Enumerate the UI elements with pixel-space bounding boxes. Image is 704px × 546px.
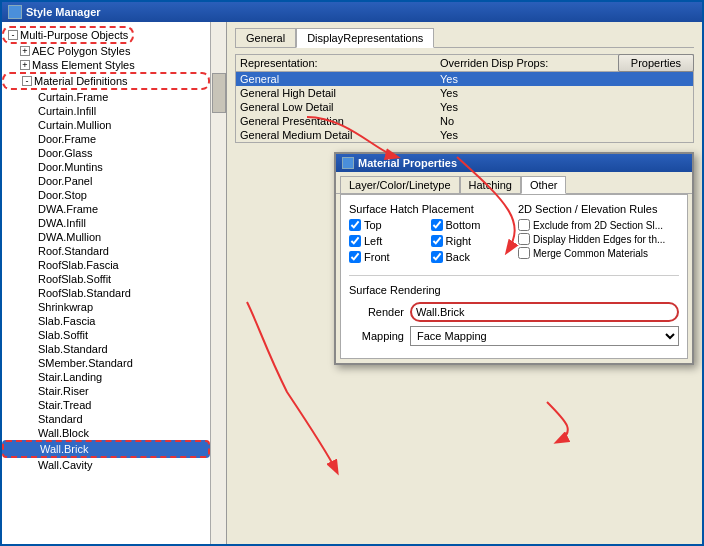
rep-name: General <box>240 73 440 85</box>
rep-col1-header: Representation: <box>240 57 440 69</box>
tree-item-label: Stair.Tread <box>38 399 91 411</box>
checkbox-front-input[interactable] <box>349 251 361 263</box>
tree-item-wall-block[interactable]: Wall.Block <box>2 426 210 440</box>
rules-section: 2D Section / Elevation Rules Exclude fro… <box>518 203 679 265</box>
rep-value: Yes <box>440 87 458 99</box>
tree-item-roof-standard[interactable]: Roof.Standard <box>2 244 210 258</box>
tab-layer-color[interactable]: Layer/Color/Linetype <box>340 176 460 193</box>
tree-item-wall-brick[interactable]: Wall.Brick <box>2 440 210 458</box>
tree-item-door-stop[interactable]: Door.Stop <box>2 188 210 202</box>
tree-item-slab-standard[interactable]: Slab.Standard <box>2 342 210 356</box>
rule-merge: Merge Common Materials <box>518 247 679 259</box>
tree-item-label: Door.Glass <box>38 147 92 159</box>
tree-item-slab-fascia[interactable]: Slab.Fascia <box>2 314 210 328</box>
surface-hatch-title: Surface Hatch Placement <box>349 203 510 215</box>
expand-icon[interactable]: + <box>20 46 30 56</box>
tree-item-label: RoofSlab.Standard <box>38 287 131 299</box>
scrollbar-track[interactable] <box>210 22 226 544</box>
rep-value: Yes <box>440 73 458 85</box>
checkbox-back-input[interactable] <box>431 251 443 263</box>
checkbox-right-input[interactable] <box>431 235 443 247</box>
rep-name: General Low Detail <box>240 101 440 113</box>
checkbox-left-label: Left <box>364 235 382 247</box>
tree-item-label: SMember.Standard <box>38 357 133 369</box>
surface-rendering-title: Surface Rendering <box>349 284 679 296</box>
render-field[interactable] <box>410 302 679 322</box>
rep-value: No <box>440 115 454 127</box>
dialog-two-col: Surface Hatch Placement Top Bottom <box>349 203 679 265</box>
tree-item-dwa-infill[interactable]: DWA.Infill <box>2 216 210 230</box>
tree-expand-icon[interactable]: - <box>8 30 18 40</box>
tree-item-stair-landing[interactable]: Stair.Landing <box>2 370 210 384</box>
rep-row-general-presentation[interactable]: General Presentation No <box>236 114 693 128</box>
tree-item-label: Door.Muntins <box>38 161 103 173</box>
tree-item-dwa-mullion[interactable]: DWA.Mullion <box>2 230 210 244</box>
tree-item-dwa-frame[interactable]: DWA.Frame <box>2 202 210 216</box>
tree-item-slab-soffit[interactable]: Slab.Soffit <box>2 328 210 342</box>
render-label: Render <box>349 306 404 318</box>
tab-general[interactable]: General <box>235 28 296 47</box>
tree-item-curtain-frame[interactable]: Curtain.Frame <box>2 90 210 104</box>
scrollbar-thumb[interactable] <box>212 73 226 113</box>
checkbox-front-label: Front <box>364 251 390 263</box>
tree-item-aec-polygon[interactable]: + AEC Polygon Styles <box>2 44 210 58</box>
tree-item-door-muntins[interactable]: Door.Muntins <box>2 160 210 174</box>
checkbox-bottom-label: Bottom <box>446 219 481 231</box>
rule-hidden-edges-input[interactable] <box>518 233 530 245</box>
rule-exclude-input[interactable] <box>518 219 530 231</box>
tree-item-shrinkwrap[interactable]: Shrinkwrap <box>2 300 210 314</box>
tree-item-label: Standard <box>38 413 83 425</box>
tree-item-stair-tread[interactable]: Stair.Tread <box>2 398 210 412</box>
tree-item-wall-cavity[interactable]: Wall.Cavity <box>2 458 210 472</box>
checkbox-left-input[interactable] <box>349 235 361 247</box>
tree-item-label: Stair.Riser <box>38 385 89 397</box>
tree-item-curtain-mullion[interactable]: Curtain.Mullion <box>2 118 210 132</box>
rep-value: Yes <box>440 129 458 141</box>
tree-item-smember-standard[interactable]: SMember.Standard <box>2 356 210 370</box>
mapping-row: Mapping Face Mapping <box>349 326 679 346</box>
dialog-titlebar: Material Properties <box>336 154 692 172</box>
mapping-select[interactable]: Face Mapping <box>410 326 679 346</box>
tree-item-label: Stair.Landing <box>38 371 102 383</box>
tab-hatching[interactable]: Hatching <box>460 176 521 193</box>
tree-root-item[interactable]: - Multi-Purpose Objects <box>2 26 134 44</box>
rule-merge-label: Merge Common Materials <box>533 248 648 259</box>
tree-item-roofslab-standard[interactable]: RoofSlab.Standard <box>2 286 210 300</box>
rep-row-general-medium[interactable]: General Medium Detail Yes <box>236 128 693 142</box>
checkbox-top-input[interactable] <box>349 219 361 231</box>
style-manager-window: Style Manager - Multi-Purpose Objects + … <box>0 0 704 546</box>
rule-hidden-edges: Display Hidden Edges for th... <box>518 233 679 245</box>
tree-item-material-definitions[interactable]: - Material Definitions <box>2 72 210 90</box>
tree-item-mass-element[interactable]: + Mass Element Styles <box>2 58 210 72</box>
tree-item-door-glass[interactable]: Door.Glass <box>2 146 210 160</box>
rep-table-wrapper: Representation: Overriden Disp Props: Pr… <box>235 54 694 143</box>
rep-row-general[interactable]: General Yes <box>236 72 693 86</box>
dialog-icon <box>342 157 354 169</box>
tab-other[interactable]: Other <box>521 176 567 194</box>
rep-value: Yes <box>440 101 458 113</box>
rep-row-general-high[interactable]: General High Detail Yes <box>236 86 693 100</box>
expand-icon[interactable]: - <box>22 76 32 86</box>
rule-merge-input[interactable] <box>518 247 530 259</box>
rep-row-general-low[interactable]: General Low Detail Yes <box>236 100 693 114</box>
tree-item-roofslab-fascia[interactable]: RoofSlab.Fascia <box>2 258 210 272</box>
tree-item-label: Mass Element Styles <box>32 59 135 71</box>
properties-button[interactable]: Properties <box>618 54 694 72</box>
checkbox-bottom: Bottom <box>431 219 511 231</box>
checkbox-bottom-input[interactable] <box>431 219 443 231</box>
tree-item-standard[interactable]: Standard <box>2 412 210 426</box>
tree-item-door-panel[interactable]: Door.Panel <box>2 174 210 188</box>
dialog-title: Material Properties <box>358 157 457 169</box>
surface-hatch-section: Surface Hatch Placement Top Bottom <box>349 203 510 265</box>
rep-name: General Presentation <box>240 115 440 127</box>
tree-item-curtain-infill[interactable]: Curtain.Infill <box>2 104 210 118</box>
expand-icon[interactable]: + <box>20 60 30 70</box>
tree-item-label: Wall.Brick <box>40 443 88 455</box>
tree-item-roofslab-soffit[interactable]: RoofSlab.Soffit <box>2 272 210 286</box>
rep-name: General High Detail <box>240 87 440 99</box>
tree-item-stair-riser[interactable]: Stair.Riser <box>2 384 210 398</box>
tree-item-door-frame[interactable]: Door.Frame <box>2 132 210 146</box>
tab-display-representations[interactable]: DisplayRepresentations <box>296 28 434 48</box>
tree-panel: - Multi-Purpose Objects + AEC Polygon St… <box>2 22 227 544</box>
surface-rendering-section: Surface Rendering Render Mapping Face Ma… <box>349 275 679 346</box>
